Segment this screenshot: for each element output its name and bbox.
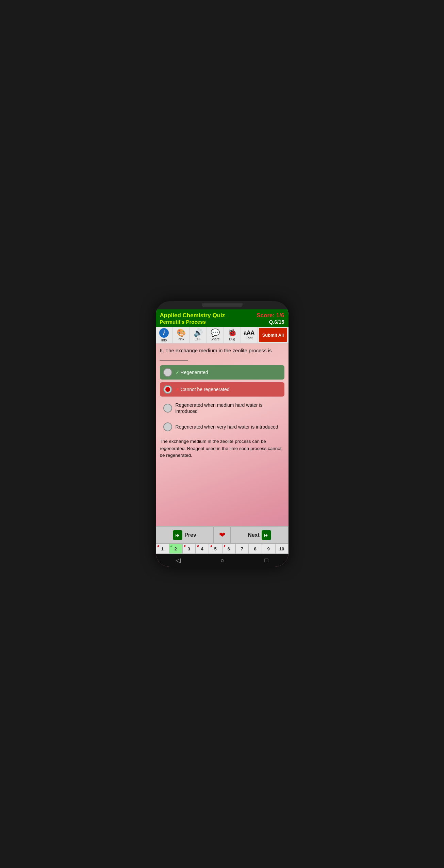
content-area: 6. The exchange medium in the zeolite pr… <box>156 343 289 526</box>
recents-button[interactable]: □ <box>265 557 268 564</box>
sound-label: OFF <box>195 337 201 341</box>
info-label: Info <box>161 338 167 342</box>
font-label: Font <box>246 336 252 340</box>
q-num-4: 4 <box>201 546 203 551</box>
q-num-5: 5 <box>214 546 216 551</box>
question-nav-btn-9[interactable]: 9 <box>262 544 275 554</box>
option-b[interactable]: ✗ Cannot be regenerated <box>160 382 284 397</box>
option-c[interactable]: Regenerated when medium hard water is in… <box>160 399 284 417</box>
share-button[interactable]: 💬 Share <box>207 327 224 343</box>
q-num-6: 6 <box>227 546 230 551</box>
sound-icon: 🔊 <box>194 329 203 337</box>
prev-arrow-icon: ⏮ <box>173 530 182 540</box>
bug-label: Bug <box>229 337 235 341</box>
palette-icon: 🎨 <box>177 329 186 337</box>
question-nav-btn-1[interactable]: ✗1 <box>156 544 169 554</box>
q-num-1: 1 <box>161 546 163 551</box>
question-nav-btn-8[interactable]: 8 <box>249 544 262 554</box>
back-button[interactable]: ◁ <box>176 557 181 564</box>
app-title: Applied Chemistry Quiz <box>160 312 225 319</box>
info-button[interactable]: i Info <box>156 327 173 343</box>
app-header: Applied Chemistry Quiz Score: 1/6 Permut… <box>156 309 289 327</box>
submit-label: Submit All <box>262 333 284 338</box>
question-navigation: ✗1✓2✗3✗4✗5✗678910 <box>156 544 289 554</box>
home-button[interactable]: ○ <box>221 557 225 564</box>
pink-button[interactable]: 🎨 Pink <box>173 327 190 343</box>
next-arrow-icon: ⏭ <box>262 530 271 540</box>
question-number: Q.6/15 <box>269 319 284 325</box>
option-c-text: Regenerated when medium hard water is in… <box>176 402 281 414</box>
heart-button[interactable]: ❤ <box>214 527 231 544</box>
question-nav-btn-3[interactable]: ✗3 <box>182 544 196 554</box>
question-nav-btn-6[interactable]: ✗6 <box>222 544 235 554</box>
q-num-8: 8 <box>254 546 256 551</box>
font-icon: aAA <box>244 330 254 336</box>
q-num-10: 10 <box>279 546 284 551</box>
next-button[interactable]: Next ⏭ <box>231 527 289 544</box>
explanation-text: The exchange medium in the zeolite proce… <box>160 438 284 459</box>
bug-button[interactable]: 🐞 Bug <box>224 327 241 343</box>
q-num-2: 2 <box>174 546 177 551</box>
radio-c <box>163 404 172 413</box>
submit-button[interactable]: Submit All <box>259 328 287 342</box>
navigation-bar: ⏮ Prev ❤ Next ⏭ <box>156 526 289 544</box>
font-button[interactable]: aAA Font <box>241 327 258 343</box>
q-num-3: 3 <box>187 546 190 551</box>
share-icon: 💬 <box>211 329 220 337</box>
option-a-text: Regenerated <box>181 369 208 375</box>
option-d-text: Regenerated when very hard water is intr… <box>176 424 278 430</box>
question-nav-btn-4[interactable]: ✗4 <box>196 544 209 554</box>
prev-label: Prev <box>184 532 196 538</box>
bug-icon: 🐞 <box>228 329 237 337</box>
option-b-text: Cannot be regenerated <box>181 386 230 392</box>
question-nav-btn-5[interactable]: ✗5 <box>209 544 222 554</box>
radio-a <box>163 368 172 377</box>
info-icon: i <box>159 328 169 338</box>
radio-b <box>163 385 172 394</box>
toolbar: i Info 🎨 Pink 🔊 OFF 💬 Share 🐞 Bug aAA <box>156 327 289 343</box>
heart-icon: ❤ <box>219 531 225 540</box>
question-text: 6. The exchange medium in the zeolite pr… <box>160 347 284 361</box>
sound-button[interactable]: 🔊 OFF <box>190 327 207 343</box>
prev-button[interactable]: ⏮ Prev <box>156 527 214 544</box>
pink-label: Pink <box>178 337 184 341</box>
question-nav-btn-7[interactable]: 7 <box>235 544 249 554</box>
subtitle: Permutit's Process <box>160 319 206 325</box>
option-a[interactable]: ✓ Regenerated <box>160 365 284 380</box>
score-display: Score: 1/6 <box>257 312 284 319</box>
radio-d <box>163 422 172 431</box>
android-navigation: ◁ ○ □ <box>156 554 289 567</box>
q-num-7: 7 <box>241 546 243 551</box>
share-label: Share <box>211 337 220 341</box>
option-d[interactable]: Regenerated when very hard water is intr… <box>160 420 284 434</box>
question-nav-btn-10[interactable]: 10 <box>275 544 289 554</box>
question-nav-btn-2[interactable]: ✓2 <box>169 544 182 554</box>
q-num-9: 9 <box>267 546 269 551</box>
next-label: Next <box>248 532 260 538</box>
